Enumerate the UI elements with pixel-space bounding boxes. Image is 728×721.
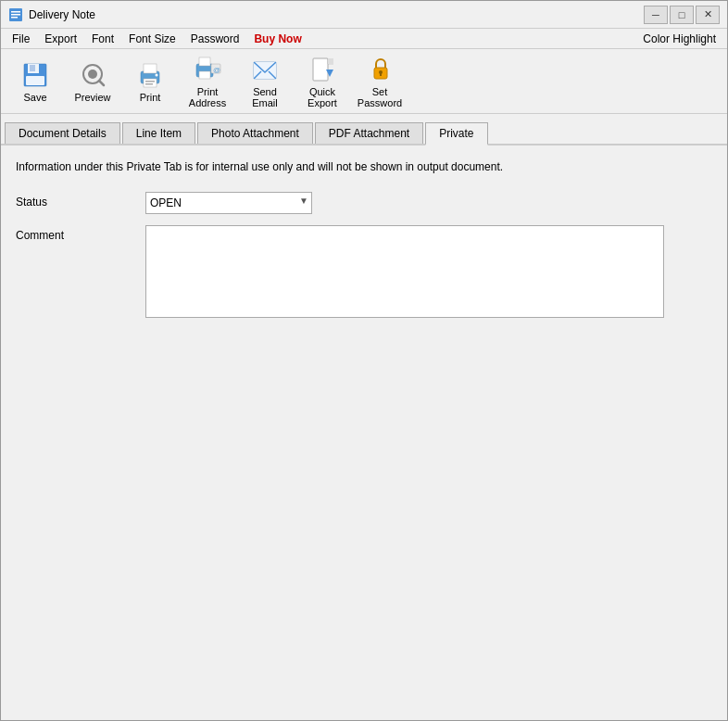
color-highlight-label: Color Highlight bbox=[635, 31, 723, 47]
quick-export-label: Quick Export bbox=[300, 86, 345, 108]
preview-icon bbox=[78, 60, 107, 90]
tab-private[interactable]: Private bbox=[425, 122, 487, 145]
quick-export-icon bbox=[308, 55, 337, 84]
menu-file[interactable]: File bbox=[5, 31, 37, 47]
title-bar: Delivery Note ─ □ ✕ bbox=[1, 1, 727, 29]
set-password-icon bbox=[365, 55, 395, 84]
svg-line-10 bbox=[99, 81, 104, 85]
set-password-button[interactable]: Set Password bbox=[353, 55, 407, 108]
preview-label: Preview bbox=[74, 92, 110, 103]
menu-font-size[interactable]: Font Size bbox=[121, 31, 183, 47]
save-label: Save bbox=[23, 92, 46, 103]
save-button[interactable]: Save bbox=[8, 55, 62, 108]
svg-rect-3 bbox=[11, 17, 18, 19]
set-password-label: Set Password bbox=[358, 86, 402, 108]
print-button[interactable]: Print bbox=[123, 55, 177, 108]
menu-buy-now[interactable]: Buy Now bbox=[246, 31, 308, 47]
print-address-button[interactable]: @ Print Address bbox=[181, 55, 234, 108]
comment-label: Comment bbox=[16, 225, 145, 242]
info-text: Information under this Private Tab is fo… bbox=[16, 160, 712, 173]
maximize-button[interactable]: □ bbox=[670, 6, 694, 24]
tab-bar: Document Details Line Item Photo Attachm… bbox=[1, 114, 727, 145]
svg-rect-2 bbox=[11, 14, 20, 16]
print-address-label: Print Address bbox=[185, 86, 230, 108]
comment-textarea[interactable] bbox=[145, 225, 664, 318]
status-control: OPEN CLOSED PENDING bbox=[145, 192, 712, 214]
preview-button[interactable]: Preview bbox=[66, 55, 119, 108]
tab-pdf-attachment[interactable]: PDF Attachment bbox=[315, 122, 423, 144]
status-label: Status bbox=[16, 192, 145, 209]
svg-rect-12 bbox=[144, 64, 157, 73]
svg-rect-19 bbox=[199, 71, 210, 79]
quick-export-button[interactable]: Quick Export bbox=[295, 55, 349, 108]
menu-export[interactable]: Export bbox=[37, 31, 84, 47]
menu-font[interactable]: Font bbox=[84, 31, 121, 47]
svg-rect-1 bbox=[11, 11, 20, 13]
svg-rect-32 bbox=[380, 72, 382, 76]
comment-control bbox=[145, 225, 712, 321]
save-icon bbox=[20, 60, 50, 90]
svg-rect-13 bbox=[144, 79, 157, 87]
main-window: Delivery Note ─ □ ✕ File Export Font Fon… bbox=[0, 0, 728, 721]
status-select-wrapper: OPEN CLOSED PENDING bbox=[145, 192, 312, 214]
tab-document-details[interactable]: Document Details bbox=[5, 122, 120, 144]
svg-rect-6 bbox=[30, 65, 35, 71]
minimize-button[interactable]: ─ bbox=[644, 6, 668, 24]
tab-photo-attachment[interactable]: Photo Attachment bbox=[197, 122, 313, 144]
close-button[interactable]: ✕ bbox=[696, 6, 720, 24]
tab-line-item[interactable]: Line Item bbox=[122, 122, 195, 144]
send-email-icon bbox=[250, 55, 280, 84]
app-icon bbox=[8, 7, 23, 22]
send-email-button[interactable]: Send Email bbox=[238, 55, 292, 108]
status-select[interactable]: OPEN CLOSED PENDING bbox=[145, 192, 312, 214]
svg-rect-28 bbox=[328, 58, 333, 64]
window-title: Delivery Note bbox=[29, 8, 644, 21]
menu-password[interactable]: Password bbox=[183, 31, 247, 47]
svg-point-16 bbox=[156, 73, 158, 76]
svg-rect-15 bbox=[145, 83, 153, 85]
comment-row: Comment bbox=[16, 225, 712, 321]
send-email-label: Send Email bbox=[243, 86, 287, 108]
print-icon bbox=[135, 60, 165, 90]
main-content: Information under this Private Tab is fo… bbox=[1, 145, 727, 720]
print-address-icon: @ bbox=[193, 55, 222, 84]
window-controls: ─ □ ✕ bbox=[644, 6, 720, 24]
svg-rect-26 bbox=[313, 58, 328, 81]
svg-point-9 bbox=[88, 70, 97, 79]
print-label: Print bbox=[140, 92, 161, 103]
svg-rect-18 bbox=[199, 57, 210, 66]
svg-rect-14 bbox=[145, 81, 155, 82]
svg-rect-7 bbox=[26, 76, 44, 85]
toolbar: Save Preview bbox=[1, 49, 727, 114]
svg-text:@: @ bbox=[213, 66, 220, 74]
status-row: Status OPEN CLOSED PENDING bbox=[16, 192, 712, 214]
menu-bar: File Export Font Font Size Password Buy … bbox=[1, 29, 727, 49]
